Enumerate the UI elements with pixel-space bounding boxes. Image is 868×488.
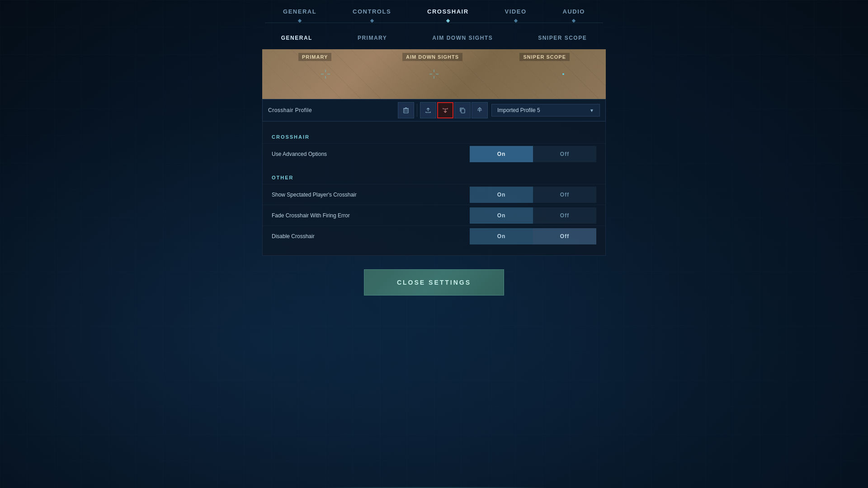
disable-crosshair-label: Disable Crosshair [272,233,470,239]
section-spacer [263,164,605,171]
profile-row: Crosshair Profile [262,99,606,122]
profile-actions [398,102,488,118]
paste-profile-button[interactable] [472,102,488,118]
crosshair-preview: PRIMARY AIM DOWN SIGHTS SNIPER SCOPE [262,49,606,99]
top-nav: GENERAL CONTROLS CROSSHAIR VIDEO AUDIO [265,5,603,19]
show-spectated-toggle: On Off [470,187,596,203]
subnav-tab-ads[interactable]: AIM DOWN SIGHTS [410,31,515,45]
nav-tab-general[interactable]: GENERAL [265,5,335,19]
svg-rect-5 [461,109,465,113]
disable-crosshair-on[interactable]: On [470,228,533,244]
fade-crosshair-off[interactable]: Off [533,207,596,224]
dropdown-arrow-icon: ▼ [590,108,594,113]
show-spectated-crosshair-label: Show Spectated Player's Crosshair [272,192,470,198]
disable-crosshair-row: Disable Crosshair On Off [263,225,605,246]
disable-crosshair-toggle: On Off [470,228,596,244]
delete-profile-button[interactable] [398,102,414,118]
fade-crosshair-label: Fade Crosshair With Firing Error [272,212,470,219]
use-advanced-options-on[interactable]: On [470,146,533,162]
sub-nav: GENERAL PRIMARY AIM DOWN SIGHTS SNIPER S… [259,31,609,45]
show-spectated-crosshair-row: Show Spectated Player's Crosshair On Off [263,184,605,205]
settings-content: CROSSHAIR Use Advanced Options On Off OT… [262,122,606,256]
divider [417,103,417,117]
nav-underline [265,23,603,23]
profile-selected-value: Imported Profile 5 [497,107,586,113]
close-settings-button[interactable]: CLOSE SETTINGS [364,269,504,296]
show-spectated-on[interactable]: On [470,187,533,203]
export-profile-button[interactable] [420,102,436,118]
crosshair-ads-indicator [429,70,439,79]
profile-label: Crosshair Profile [268,107,312,113]
show-spectated-off[interactable]: Off [533,187,596,203]
crosshair-section-header: CROSSHAIR [263,131,605,143]
crosshair-sniper-indicator [562,73,564,75]
preview-label-primary: PRIMARY [298,53,331,61]
subnav-tab-general[interactable]: GENERAL [259,31,335,45]
use-advanced-options-off[interactable]: Off [533,146,596,162]
disable-crosshair-off[interactable]: Off [533,228,596,244]
nav-tab-controls[interactable]: CONTROLS [335,5,409,19]
fade-crosshair-on[interactable]: On [470,207,533,224]
svg-rect-0 [404,109,408,113]
nav-tab-audio[interactable]: AUDIO [545,5,603,19]
preview-label-sniper: SNIPER SCOPE [519,53,570,61]
subnav-tab-sniper[interactable]: SNIPER SCOPE [515,31,609,45]
crosshair-primary-indicator [321,70,330,79]
use-advanced-options-row: Use Advanced Options On Off [263,143,605,164]
other-section-header: OTHER [263,171,605,184]
import-profile-button[interactable] [437,102,453,118]
subnav-tab-primary[interactable]: PRIMARY [335,31,410,45]
fade-crosshair-row: Fade Crosshair With Firing Error On Off [263,205,605,225]
use-advanced-options-label: Use Advanced Options [272,151,470,157]
preview-label-ads: AIM DOWN SIGHTS [402,53,462,61]
fade-crosshair-toggle: On Off [470,207,596,224]
profile-select-dropdown[interactable]: Imported Profile 5 ▼ [491,104,600,117]
nav-tab-video[interactable]: VIDEO [487,5,545,19]
use-advanced-options-toggle: On Off [470,146,596,162]
nav-tab-crosshair[interactable]: CROSSHAIR [409,5,487,19]
copy-profile-button[interactable] [454,102,471,118]
